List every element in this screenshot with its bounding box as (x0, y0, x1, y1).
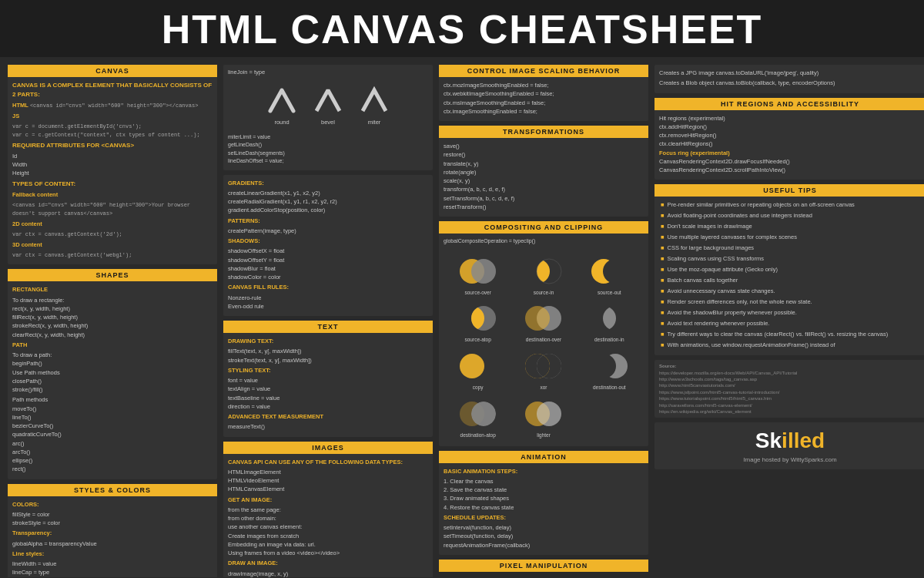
svg-point-30 (537, 402, 561, 426)
comp-dest-over: destination-over (512, 299, 574, 344)
comp-source-atop: source-atop (447, 299, 509, 344)
canvas-content: CANVAS IS A COMPLEX ELEMENT THAT BASICAL… (8, 77, 217, 264)
svg-point-8 (591, 259, 616, 284)
column-2: lineJoin = type round bevel (220, 62, 436, 577)
tip-1: ■ Pre-render similar primitives or repea… (661, 200, 919, 210)
tip-4: ■ Use multiple layered canvases for comp… (661, 233, 919, 242)
images-title: IMAGES (223, 442, 433, 454)
tip-8: ■ Batch canvas calls together (661, 276, 919, 285)
transformations-title: TRANSFORMATIONS (439, 126, 648, 138)
skilled-logo-section: Skilled Image hosted by WittySparks.com (654, 422, 924, 469)
tip-10: ■ Render screen differences only, not th… (661, 297, 919, 307)
comp-xor: xor (512, 347, 574, 391)
compositing-content: globalCompositeOperation = typeclip() so… (439, 234, 648, 446)
useful-tips-title: USEFUL TIPS (654, 184, 924, 197)
comp-source-out: source-out (578, 252, 641, 297)
styles-colors-content: COLORS: fillStyle = colorstrokeStyle = c… (8, 496, 217, 578)
control-scaling-section: CONTROL IMAGE SCALING BEHAVIOR ctx.mozIm… (439, 65, 648, 121)
column-4: Creates a JPG image canvas.toDataURL('im… (651, 62, 924, 577)
gradients-content: GRADIENTS: createLinearGradient(x1, y1, … (223, 175, 433, 317)
skilled-logo: Skilled (755, 428, 825, 453)
sources-section: Source: https://developer.mozilla.org/en… (654, 360, 924, 418)
control-scaling-content: ctx.mozImageSmoothingEnabled = false; ct… (439, 77, 648, 121)
svg-point-1 (471, 259, 496, 284)
styles-colors-section: STYLES & COLORS COLORS: fillStyle = colo… (8, 484, 217, 578)
hit-regions-content: Hit regions (experimental) ctx.addHitReg… (654, 110, 924, 180)
jpg-blob-content: Creates a JPG image canvas.toDataURL('im… (654, 65, 924, 93)
tip-13: ■ Try different ways to clear the canvas… (661, 330, 919, 339)
pixel-section: PIXEL MANIPULATION (439, 560, 648, 572)
column-3: CONTROL IMAGE SCALING BEHAVIOR ctx.mozIm… (436, 62, 651, 577)
comp-copy: copy (447, 347, 509, 391)
svg-point-3 (525, 259, 550, 284)
tip-3: ■ Don't scale images in drawImage (661, 222, 919, 231)
text-section: TEXT DRAWING TEXT: fillText(text, x, y[,… (223, 321, 433, 437)
linejoin-section: lineJoin = type round bevel (223, 65, 433, 170)
compositing-grid: source-over source-in (444, 249, 644, 442)
svg-point-13 (525, 306, 550, 331)
svg-point-22 (537, 354, 561, 378)
transformations-section: TRANSFORMATIONS save()restore()translate… (439, 126, 648, 217)
text-content: DRAWING TEXT: fillText(text, x, y[, maxW… (223, 333, 433, 437)
styles-colors-title: STYLES & COLORS (8, 484, 217, 496)
comp-source-over: source-over (447, 252, 509, 297)
tip-11: ■ Avoid the shadowBlur property whenever… (661, 308, 919, 318)
text-title: TEXT (223, 321, 433, 333)
shape-round: round (266, 84, 297, 126)
images-content: CANVAS API CAN USE ANY OF THE FOLLOWING … (223, 454, 433, 578)
comp-dest-atop: destination-atop (447, 395, 509, 439)
canvas-section: CANVAS CANVAS IS A COMPLEX ELEMENT THAT … (8, 65, 217, 264)
tip-7: ■ Use the moz-opaque attribute (Gecko on… (661, 265, 919, 274)
hit-regions-section: HIT REGIONS AND ACCESSIBILITY Hit region… (654, 98, 924, 180)
sources-content: Source: https://developer.mozilla.org/en… (654, 360, 924, 418)
useful-tips-section: USEFUL TIPS ■ Pre-render similar primiti… (654, 184, 924, 355)
shape-miter: miter (359, 84, 390, 126)
shape-bevel: bevel (313, 84, 343, 126)
svg-point-16 (460, 354, 484, 378)
compositing-section: COMPOSITING AND CLIPPING globalComposite… (439, 221, 648, 446)
pixel-title: PIXEL MANIPULATION (439, 560, 648, 572)
svg-point-28 (471, 402, 496, 426)
animation-title: ANIMATION (439, 451, 648, 463)
animation-content: BASIC ANIMATION STEPS: 1. Clear the canv… (439, 463, 648, 555)
svg-point-25 (603, 354, 628, 378)
gradients-section: GRADIENTS: createLinearGradient(x1, y1, … (223, 175, 433, 317)
svg-point-11 (460, 306, 484, 331)
tip-6: ■ Scaling canvas using CSS transforms (661, 254, 919, 264)
svg-point-15 (603, 306, 628, 331)
linejoin-content: lineJoin = type round bevel (223, 65, 433, 170)
control-scaling-title: CONTROL IMAGE SCALING BEHAVIOR (439, 65, 648, 77)
comp-dest-out: destination-out (578, 347, 641, 391)
column-1: CANVAS CANVAS IS A COMPLEX ELEMENT THAT … (5, 62, 220, 577)
tips-content: ■ Pre-render similar primitives or repea… (654, 197, 924, 355)
canvas-title: CANVAS (8, 65, 217, 77)
jpg-blob-section: Creates a JPG image canvas.toDataURL('im… (654, 65, 924, 93)
comp-dest-in: destination-in (578, 299, 641, 344)
shapes-section: SHAPES RECTANGLE To draw a rectangle: re… (8, 269, 217, 479)
compositing-title: COMPOSITING AND CLIPPING (439, 221, 648, 234)
main-title: HTML CANVAS CHEATSHEET (0, 0, 924, 57)
tip-5: ■ CSS for large background images (661, 244, 919, 253)
comp-source-in: source-in (512, 252, 574, 297)
images-section: IMAGES CANVAS API CAN USE ANY OF THE FOL… (223, 442, 433, 578)
hit-regions-title: HIT REGIONS AND ACCESSIBILITY (654, 98, 924, 110)
comp-lighter: lighter (512, 395, 574, 439)
shapes-content: RECTANGLE To draw a rectangle: rect(x, y… (8, 281, 217, 479)
shapes-title: SHAPES (8, 269, 217, 281)
animation-section: ANIMATION BASIC ANIMATION STEPS: 1. Clea… (439, 451, 648, 555)
tip-12: ■ Avoid text rendering whenever possible… (661, 319, 919, 328)
hosted-text: Image hosted by WittySparks.com (743, 456, 836, 463)
line-join-shapes: round bevel miter (228, 78, 428, 129)
tip-14: ■ With animations, use window.requestAni… (661, 341, 919, 350)
tip-9: ■ Avoid unnecessary canvas state changes… (661, 287, 919, 296)
tip-2: ■ Avoid floating-point coordinates and u… (661, 211, 919, 220)
transformations-content: save()restore()translate(x, y)rotate(ang… (439, 138, 648, 217)
